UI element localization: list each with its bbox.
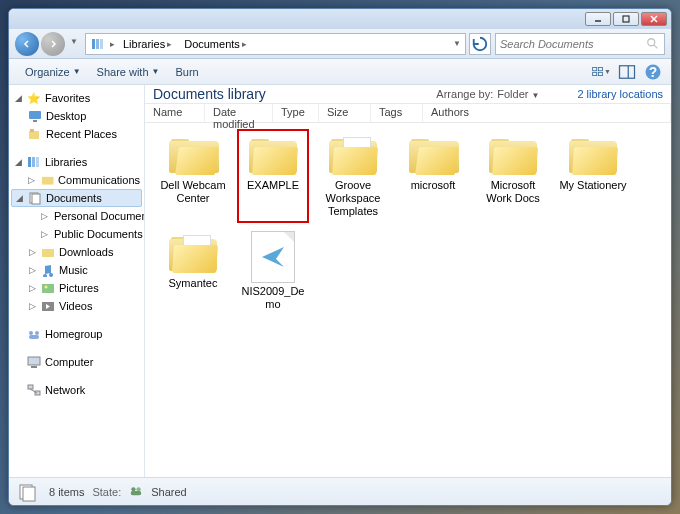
svg-rect-40 — [35, 391, 40, 395]
sidebar-item-communications[interactable]: ▷Communications — [9, 171, 144, 189]
svg-rect-13 — [620, 65, 635, 78]
status-state-label: State: — [92, 486, 121, 498]
tree-label: Communications — [58, 174, 140, 186]
library-locations-link[interactable]: 2 library locations — [577, 88, 663, 100]
column-header[interactable]: Type — [273, 104, 319, 122]
nav-history-dropdown[interactable]: ▼ — [67, 32, 81, 52]
toolbar-label: Organize — [25, 66, 70, 78]
navbar: ▼ ▸ Libraries ▸ Documents ▸ ▼ — [9, 29, 671, 59]
breadcrumb-dropdown[interactable]: ▼ — [453, 39, 461, 48]
computer-icon — [26, 355, 42, 369]
forward-button[interactable] — [41, 32, 65, 56]
column-header[interactable]: Name — [145, 104, 205, 122]
file-item[interactable]: Groove Workspace Templates — [317, 129, 389, 223]
sidebar-item-recent[interactable]: Recent Places — [9, 125, 144, 143]
close-button[interactable] — [641, 12, 667, 26]
breadcrumb-item[interactable]: Libraries ▸ — [119, 38, 176, 50]
svg-rect-1 — [623, 16, 629, 22]
folder-icon — [247, 133, 299, 177]
organize-button[interactable]: Organize ▼ — [17, 66, 89, 78]
svg-rect-17 — [29, 111, 41, 119]
collapse-icon[interactable]: ◢ — [13, 157, 23, 167]
folder-icon — [167, 231, 219, 275]
music-icon — [40, 263, 56, 277]
expand-icon[interactable]: ▷ — [41, 211, 48, 221]
chevron-down-icon: ▼ — [73, 67, 81, 76]
sidebar: ◢⭐Favorites Desktop Recent Places ◢Libra… — [9, 85, 145, 477]
collapse-icon[interactable]: ◢ — [14, 193, 24, 203]
tree-label: Network — [45, 384, 85, 396]
expand-icon[interactable]: ▷ — [27, 265, 37, 275]
file-item[interactable]: NIS2009_Demo — [237, 227, 309, 315]
column-header[interactable]: Tags — [371, 104, 423, 122]
favorites-group[interactable]: ◢⭐Favorites — [9, 89, 144, 107]
folder-icon — [327, 133, 379, 177]
help-button[interactable]: ? — [643, 63, 663, 81]
collapse-icon[interactable]: ◢ — [13, 93, 23, 103]
expand-icon[interactable]: ▷ — [27, 301, 37, 311]
refresh-button[interactable] — [469, 33, 491, 55]
chevron-right-icon[interactable]: ▸ — [167, 39, 172, 49]
minimize-button[interactable] — [585, 12, 611, 26]
back-button[interactable] — [15, 32, 39, 56]
libraries-group[interactable]: ◢Libraries — [9, 153, 144, 171]
file-item[interactable]: EXAMPLE — [237, 129, 309, 223]
expand-icon[interactable]: ▷ — [27, 247, 37, 257]
libraries-icon — [90, 36, 106, 52]
recent-icon — [27, 127, 43, 141]
share-with-button[interactable]: Share with ▼ — [89, 66, 168, 78]
column-header[interactable]: Size — [319, 104, 371, 122]
sidebar-item-public-docs[interactable]: ▷Public Documents — [9, 225, 144, 243]
chevron-right-icon[interactable]: ▸ — [242, 39, 247, 49]
svg-point-45 — [132, 487, 136, 491]
expand-icon[interactable]: ▷ — [41, 229, 48, 239]
file-label: NIS2009_Demo — [237, 285, 309, 311]
file-item[interactable]: My Stationery — [557, 129, 629, 223]
view-options-button[interactable]: ▼ — [591, 63, 611, 81]
svg-rect-30 — [42, 284, 54, 293]
file-item[interactable]: Symantec — [157, 227, 229, 315]
column-header[interactable]: Authors — [423, 104, 671, 122]
svg-rect-37 — [28, 357, 40, 365]
maximize-button[interactable] — [613, 12, 639, 26]
sidebar-item-homegroup[interactable]: Homegroup — [9, 325, 144, 343]
sidebar-item-pictures[interactable]: ▷Pictures — [9, 279, 144, 297]
sidebar-item-videos[interactable]: ▷Videos — [9, 297, 144, 315]
svg-rect-44 — [23, 487, 35, 501]
expand-icon[interactable]: ▷ — [27, 175, 37, 185]
file-label: EXAMPLE — [247, 179, 299, 192]
star-icon: ⭐ — [26, 91, 42, 105]
sidebar-item-downloads[interactable]: ▷Downloads — [9, 243, 144, 261]
desktop-icon — [27, 109, 43, 123]
tree-label: Desktop — [46, 110, 86, 122]
expand-icon[interactable]: ▷ — [27, 283, 37, 293]
file-item[interactable]: Microsoft Work Docs — [477, 129, 549, 223]
breadcrumb[interactable]: ▸ Libraries ▸ Documents ▸ ▼ — [85, 33, 466, 55]
sidebar-item-music[interactable]: ▷Music — [9, 261, 144, 279]
file-list[interactable]: Dell Webcam CenterEXAMPLEGroove Workspac… — [145, 123, 671, 477]
folder-icon — [40, 173, 55, 187]
burn-button[interactable]: Burn — [167, 66, 206, 78]
sidebar-item-personal-docs[interactable]: ▷Personal Documents — [9, 207, 144, 225]
search-input[interactable] — [500, 38, 646, 50]
svg-rect-20 — [30, 129, 34, 132]
sidebar-item-desktop[interactable]: Desktop — [9, 107, 144, 125]
breadcrumb-item[interactable]: Documents ▸ — [180, 38, 251, 50]
network-icon — [26, 383, 42, 397]
svg-rect-11 — [593, 72, 597, 75]
preview-pane-button[interactable] — [617, 63, 637, 81]
tree-label: Libraries — [45, 156, 87, 168]
sidebar-item-documents[interactable]: ◢Documents — [11, 189, 142, 207]
sidebar-item-network[interactable]: Network — [9, 381, 144, 399]
chevron-down-icon: ▼ — [152, 67, 160, 76]
tree-label: Favorites — [45, 92, 90, 104]
sidebar-item-computer[interactable]: Computer — [9, 353, 144, 371]
chevron-right-icon[interactable]: ▸ — [110, 39, 115, 49]
folder-icon — [487, 133, 539, 177]
search-box[interactable] — [495, 33, 665, 55]
status-count: 8 items — [49, 486, 84, 498]
file-item[interactable]: Dell Webcam Center — [157, 129, 229, 223]
arrange-by-dropdown[interactable]: Folder ▼ — [497, 88, 539, 100]
column-header[interactable]: Date modified — [205, 104, 273, 122]
file-item[interactable]: microsoft — [397, 129, 469, 223]
